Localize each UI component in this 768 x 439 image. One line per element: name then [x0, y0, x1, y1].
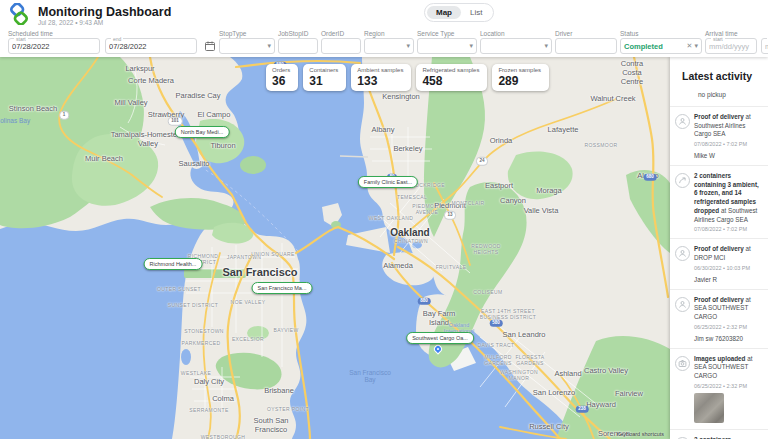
status-value: Completed	[624, 42, 663, 51]
activity-item-name: Mike W	[694, 152, 762, 159]
stats-cards: Orders36Containers31Ambient samples133Re…	[266, 64, 549, 91]
activity-item-time: 06/30/2022 • 10:03 PM	[694, 265, 762, 271]
activity-item-name: Javier R	[694, 276, 762, 283]
calendar-icon[interactable]	[204, 40, 216, 52]
scheduled-end-field: end	[105, 38, 197, 54]
region-label: Region	[364, 29, 414, 38]
activity-item-title: 2 containers containing 3 ambient, 6 fro…	[694, 172, 762, 224]
activity-item[interactable]: 2 containers containing 1 ambient, 2 fro…	[670, 429, 768, 439]
activity-item-body: Proof of delivery at SEA SOUTHWEST CARGO…	[694, 296, 762, 342]
app-logo-icon	[8, 3, 30, 25]
status-label: Status	[620, 29, 702, 38]
filter-scheduled-time: Scheduled time start end	[8, 29, 216, 57]
filter-status: Status Completed ✕ ▾	[620, 29, 702, 57]
camera-icon	[675, 356, 690, 371]
activity-item-body: Images uploaded at SEA SOUTHWEST CARGO06…	[694, 355, 762, 423]
driver-input[interactable]	[559, 42, 613, 51]
orderid-field	[321, 38, 361, 54]
activity-item-time: 06/25/2022 • 2:32 PM	[694, 324, 762, 330]
location-label: Location	[480, 29, 552, 38]
route-icon	[675, 173, 690, 188]
latest-activity-panel: Latest activity no pickup Proof of deliv…	[670, 57, 768, 439]
arrival-end-field: end	[761, 38, 768, 54]
stat-value: 31	[309, 74, 338, 88]
activity-item-title: Proof of delivery at DROP MCI	[694, 245, 762, 262]
activity-item-photo[interactable]	[694, 393, 724, 423]
filter-stoptype: StopType ▾	[219, 29, 275, 57]
monitoring-dashboard-app: Monitoring Dashboard Jul 28, 2022 • 9:43…	[0, 0, 768, 439]
stat-label: Containers	[309, 67, 338, 73]
start-float-label: start	[711, 36, 725, 42]
activity-item-title: Images uploaded at SEA SOUTHWEST CARGO	[694, 355, 762, 381]
arrival-start-input[interactable]	[709, 42, 753, 51]
filter-location: Location ▾	[480, 29, 552, 57]
activity-action: 2 containers containing 3 ambient, 6 fro…	[694, 172, 759, 214]
chevron-down-icon: ▾	[694, 42, 698, 50]
stoptype-label: StopType	[219, 29, 275, 38]
arrival-start-field: start	[705, 38, 757, 54]
map-marker-pill[interactable]: San Francisco Ma...	[252, 282, 313, 294]
person-icon	[675, 297, 690, 312]
orderid-label: OrderID	[321, 29, 361, 38]
location-select[interactable]: ▾	[480, 38, 552, 54]
map-canvas[interactable]: LarkspurCorte MaderaMill ValleyParadise …	[0, 57, 670, 439]
service-type-label: Service Type	[417, 29, 477, 38]
activity-action: Proof of delivery	[694, 113, 744, 120]
activity-action: Proof of delivery	[694, 296, 744, 303]
activity-item-time: 06/25/2022 • 2:32 PM	[694, 383, 762, 389]
chevron-down-icon: ▾	[469, 42, 473, 50]
activity-item[interactable]: Proof of delivery at DROP MCI06/30/2022 …	[670, 238, 768, 288]
activity-action: Images uploaded	[694, 355, 745, 362]
map-marker-pill[interactable]: Southwest Cargo Oa...	[406, 332, 474, 344]
jobstopid-field	[278, 38, 318, 54]
map-attribution[interactable]: Keyboard shortcuts	[617, 431, 664, 437]
scheduled-end-input[interactable]	[109, 42, 193, 51]
app-header: Monitoring Dashboard Jul 28, 2022 • 9:43…	[0, 0, 768, 27]
filter-service-type: Service Type ▾	[417, 29, 477, 57]
activity-item[interactable]: 2 containers containing 3 ambient, 6 fro…	[670, 165, 768, 238]
map-marker-pill[interactable]: North Bay Medi...	[175, 126, 230, 138]
jobstopid-label: JobStopID	[278, 29, 318, 38]
activity-item-body: 2 containers containing 3 ambient, 6 fro…	[694, 172, 762, 232]
stat-label: Orders	[272, 67, 290, 73]
stoptype-select[interactable]: ▾	[219, 38, 275, 54]
activity-item[interactable]: Images uploaded at SEA SOUTHWEST CARGO06…	[670, 348, 768, 429]
activity-item-body: Proof of delivery at DROP MCI06/30/2022 …	[694, 245, 762, 282]
region-select[interactable]: ▾	[364, 38, 414, 54]
start-float-label: start	[14, 36, 28, 42]
activity-title: Latest activity	[670, 57, 768, 91]
stat-label: Frozen samples	[498, 67, 541, 73]
orderid-input[interactable]	[325, 42, 357, 51]
person-icon	[675, 246, 690, 261]
activity-item-time: 07/08/2022 • 7:02 PM	[694, 226, 762, 232]
toggle-list-button[interactable]: List	[461, 6, 491, 19]
toggle-map-button[interactable]: Map	[427, 6, 461, 19]
activity-item[interactable]: Proof of delivery at Southwest Airlines …	[670, 106, 768, 165]
stat-card: Orders36	[266, 64, 298, 91]
page-subtitle: Jul 28, 2022 • 9:43 AM	[38, 19, 103, 26]
stat-label: Ambient samples	[357, 67, 403, 73]
basemap	[0, 57, 670, 439]
service-type-select[interactable]: ▾	[417, 38, 477, 54]
filter-region: Region ▾	[364, 29, 414, 57]
view-toggle: Map List	[424, 3, 494, 22]
clear-icon[interactable]: ✕	[687, 42, 693, 50]
scheduled-start-input[interactable]	[12, 42, 96, 51]
stat-value: 36	[272, 74, 290, 88]
filter-bar: Scheduled time start end StopType ▾	[0, 27, 768, 57]
stat-value: 458	[422, 74, 479, 88]
activity-item[interactable]: Proof of delivery at SEA SOUTHWEST CARGO…	[670, 289, 768, 348]
status-select[interactable]: Completed ✕ ▾	[620, 38, 702, 54]
driver-field	[555, 38, 617, 54]
jobstopid-input[interactable]	[282, 42, 314, 51]
stat-value: 133	[357, 74, 403, 88]
filter-arrival-time: Arrival time start end	[705, 29, 768, 57]
map-marker-pill[interactable]: Richmond Health...	[144, 258, 203, 270]
filter-jobstopid: JobStopID	[278, 29, 318, 57]
map-marker-pill[interactable]: Family Clinic East...	[358, 176, 418, 188]
activity-item-title: Proof of delivery at SEA SOUTHWEST CARGO	[694, 296, 762, 322]
page-title: Monitoring Dashboard	[38, 5, 171, 19]
stat-label: Refrigerated samples	[422, 67, 479, 73]
activity-list: Proof of delivery at Southwest Airlines …	[670, 106, 768, 439]
activity-action: Proof of delivery	[694, 245, 744, 252]
